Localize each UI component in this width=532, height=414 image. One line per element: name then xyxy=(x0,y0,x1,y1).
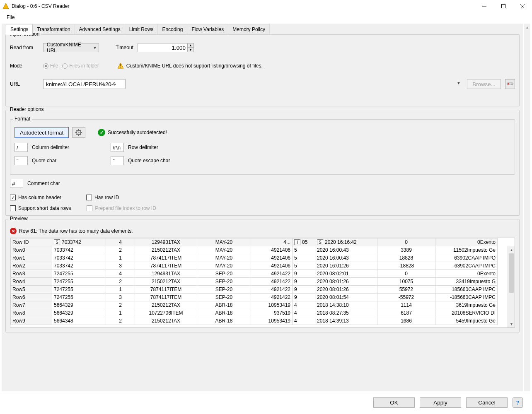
table-cell: Row5 xyxy=(11,286,52,294)
comment-char-label: Comment char xyxy=(27,181,85,186)
table-cell: 6187 xyxy=(377,309,435,317)
scroll-up-icon[interactable]: ▴ xyxy=(524,24,530,31)
table-row[interactable]: Row5724725517874117ITEMSEP-2049214229202… xyxy=(11,286,498,294)
tab-settings[interactable]: Settings xyxy=(6,24,33,35)
tab-encoding[interactable]: Encoding xyxy=(158,24,187,35)
table-cell: 4921406 xyxy=(251,254,293,262)
table-cell: 7247255 xyxy=(52,278,106,286)
help-button[interactable]: ? xyxy=(513,397,523,408)
preview-scrollbar[interactable]: ▴ ▾ xyxy=(508,246,515,327)
table-cell: 5664329 xyxy=(52,301,106,309)
column-header[interactable]: 0Exento xyxy=(435,238,498,246)
close-button[interactable] xyxy=(513,0,532,12)
table-cell: SEP-20 xyxy=(197,294,251,301)
column-delimiter-input[interactable] xyxy=(15,143,28,152)
table-row[interactable]: Row7566432922150212TAXABR-18109534194201… xyxy=(11,301,498,309)
table-row[interactable]: Row2703374237874117ITEMMAY-2049214065202… xyxy=(11,262,498,270)
column-header[interactable]: 1294931TAX xyxy=(135,238,197,246)
flow-variable-button[interactable]: v xyxy=(505,79,515,89)
tab-limit-rows[interactable]: Limit Rows xyxy=(125,24,158,35)
mode-folder-radio: Files in folder xyxy=(62,63,99,69)
has-column-header-checkbox[interactable]: Has column header xyxy=(10,195,61,200)
table-row[interactable]: Row6724725537874117ITEMSEP-2049214229202… xyxy=(11,294,498,301)
row-delimiter-input[interactable] xyxy=(111,143,124,152)
table-cell: 5 xyxy=(293,246,315,254)
tab-advanced-settings[interactable]: Advanced Settings xyxy=(75,24,125,35)
svg-line-18 xyxy=(77,134,77,135)
column-header[interactable]: S7033742 xyxy=(52,238,106,246)
table-row[interactable]: Row3724725541294931TAXSEP-20492142292020… xyxy=(11,270,498,278)
table-row[interactable]: Row9566434822150212TAXABR-18109534194201… xyxy=(11,317,498,325)
quote-char-input[interactable] xyxy=(15,156,28,165)
table-cell: 9 xyxy=(293,294,315,301)
table-cell: 2018 14:39:13 xyxy=(315,317,377,325)
support-short-rows-checkbox[interactable]: Support short data rows xyxy=(10,205,71,211)
outer-scrollbar[interactable]: ▴ ▾ xyxy=(523,24,530,398)
read-from-select[interactable]: Custom/KNIME URL ▼ xyxy=(43,43,99,52)
window-title: Dialog - 0:6 - CSV Reader xyxy=(12,3,69,9)
column-header[interactable]: S2020 16:16:42 xyxy=(315,238,377,246)
column-header[interactable]: MAY-20 xyxy=(197,238,251,246)
table-cell: 4 xyxy=(106,270,135,278)
table-cell: 7033742 xyxy=(52,262,106,270)
read-from-value: Custom/KNIME URL xyxy=(47,42,89,53)
column-header[interactable]: 0 xyxy=(377,238,435,246)
tab-memory-policy[interactable]: Memory Policy xyxy=(228,24,270,35)
has-row-id-checkbox[interactable]: Has row ID xyxy=(86,195,119,200)
table-cell: Row0 xyxy=(11,246,52,254)
autodetect-format-button[interactable]: Autodetect format xyxy=(15,127,69,138)
timeout-input[interactable] xyxy=(138,43,187,52)
chevron-down-icon[interactable]: ▼ xyxy=(457,81,461,85)
table-row[interactable]: Row1703374217874117ITEMMAY-2049214065202… xyxy=(11,254,498,262)
table-cell: 55972 xyxy=(377,286,435,294)
table-row[interactable]: Row85664329110722706ITEMABR-189375194201… xyxy=(11,309,498,317)
table-row[interactable]: Row4724725522150212TAXSEP-20492142292020… xyxy=(11,278,498,286)
svg-point-19 xyxy=(78,132,80,133)
quote-escape-input[interactable] xyxy=(111,156,124,165)
column-header[interactable]: 4... xyxy=(251,238,293,246)
table-row[interactable]: Row0703374222150212TAXMAY-20492140652020… xyxy=(11,246,498,254)
table-cell: 5664329 xyxy=(52,309,106,317)
maximize-button[interactable] xyxy=(494,0,513,12)
table-cell: 5 xyxy=(293,262,315,270)
table-cell: 2020 08:01:26 xyxy=(315,278,377,286)
table-cell: 33419Impuesto G xyxy=(435,278,498,286)
table-cell: MAY-20 xyxy=(197,254,251,262)
apply-button[interactable]: Apply xyxy=(420,397,461,408)
table-cell: 2018 14:38:10 xyxy=(315,301,377,309)
table-cell: MAY-20 xyxy=(197,246,251,254)
table-cell: 7247255 xyxy=(52,270,106,278)
column-header[interactable]: I05 xyxy=(293,238,315,246)
table-cell: 10722706ITEM xyxy=(135,309,197,317)
table-cell: 2020 08:01:26 xyxy=(315,286,377,294)
prepend-file-index-checkbox: Prepend file index to row ID xyxy=(87,205,156,211)
column-header[interactable]: Row ID xyxy=(11,238,52,246)
ok-button[interactable]: OK xyxy=(373,397,415,408)
spinner-up-icon[interactable]: ▲ xyxy=(188,43,193,48)
autodetect-settings-button[interactable] xyxy=(72,127,85,138)
table-cell: ABR-18 xyxy=(197,317,251,325)
cancel-button[interactable]: Cancel xyxy=(466,397,508,408)
spinner-down-icon[interactable]: ▼ xyxy=(188,48,193,52)
fieldset-format: Format Autodetect format ✓ Successfully … xyxy=(10,119,515,175)
tab-flow-variables[interactable]: Flow Variables xyxy=(187,24,228,35)
menu-file[interactable]: File xyxy=(4,14,17,21)
comment-char-input[interactable] xyxy=(10,179,23,188)
mode-label: Mode xyxy=(10,63,39,69)
table-cell: 2018 08:27:35 xyxy=(315,309,377,317)
mode-file-radio: File xyxy=(43,63,58,69)
scroll-up-icon[interactable]: ▴ xyxy=(508,246,515,253)
table-cell: 2020 08:02:01 xyxy=(315,270,377,278)
table-cell: 2150212TAX xyxy=(135,278,197,286)
table-cell: 1 xyxy=(106,309,135,317)
table-cell: 7247255 xyxy=(52,294,106,301)
url-input[interactable] xyxy=(43,79,126,89)
timeout-spinner[interactable]: ▲▼ xyxy=(138,43,194,52)
table-cell: 9 xyxy=(293,270,315,278)
column-delimiter-label: Column delimiter xyxy=(32,144,90,150)
minimize-button[interactable] xyxy=(475,0,494,12)
scroll-down-icon[interactable]: ▾ xyxy=(508,320,515,327)
table-cell: 4921422 xyxy=(251,294,293,301)
scrollbar-thumb[interactable] xyxy=(509,253,514,293)
column-header[interactable]: 4 xyxy=(106,238,135,246)
